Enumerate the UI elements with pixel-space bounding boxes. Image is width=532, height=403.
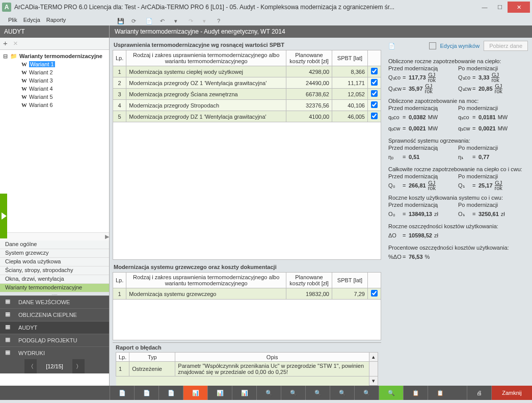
edit-results-checkbox[interactable] — [429, 42, 436, 49]
section-item[interactable]: ▦DANE WEJŚCIOWE — [0, 295, 109, 308]
btm-icon-11[interactable]: 🔍 — [354, 386, 379, 400]
tree-variant[interactable]: WWariant 4 — [0, 85, 109, 93]
row-checkbox[interactable] — [371, 101, 378, 108]
preview-icon: ▦ — [5, 336, 13, 344]
btm-icon-14[interactable]: 📋 — [428, 386, 452, 400]
toolbar: 💾 ⟳ 📄 ↶ ▾ ↷ ▾ ? — [112, 16, 231, 29]
table-row[interactable]: 4Modernizacja przegrody Stropodach32376,… — [113, 100, 381, 111]
app-logo: A — [2, 3, 11, 12]
btm-icon-5[interactable]: 📊 — [207, 386, 232, 400]
doc-icon[interactable]: 📄 — [146, 18, 155, 27]
window-title: ArCADia-TERMO PRO 6.0 Licencja dla: Test… — [14, 4, 477, 11]
table-row[interactable]: 2Modernizacja przegrody OZ 1 'Wentylacja… — [113, 77, 381, 89]
section-item[interactable]: ▦OBLICZENIA CIEPLNE — [0, 308, 109, 321]
pager-label: [12/15] — [37, 363, 72, 369]
row-checkbox[interactable] — [371, 113, 378, 119]
print-icon: ▦ — [5, 349, 13, 357]
btm-icon-6[interactable]: 📊 — [232, 386, 256, 400]
btm-icon-3[interactable]: 📄 — [158, 386, 183, 400]
left-panel: AUDYT + × ⊟ 📁 Warianty termomodernizacyj… — [0, 25, 110, 386]
btm-icon-12[interactable]: 🔍 — [379, 386, 403, 400]
calc-icon: ▦ — [5, 311, 13, 319]
pager: 〈 [12/15] 〉 — [0, 359, 109, 373]
table-row[interactable]: 3Modernizacja przegrody Ściana zewnętrzn… — [113, 89, 381, 100]
tree-variant[interactable]: WWariant 5 — [0, 93, 109, 101]
refresh-icon[interactable]: ⟳ — [131, 18, 141, 27]
category-item[interactable]: Dane ogólne — [0, 240, 109, 249]
table-row[interactable]: 1Modernizacja systemu ciepłej wody użytk… — [113, 66, 381, 77]
btm-icon-7[interactable]: 🔍 — [256, 386, 281, 400]
table2-caption: Modernizacja systemu grzewczego oraz kos… — [113, 262, 381, 272]
category-item[interactable]: System grzewczy — [0, 249, 109, 258]
category-item[interactable]: Okna, drzwi, wentylacja — [0, 275, 109, 284]
variant-tree[interactable]: ⊟ 📁 Warianty termomodernizacyjne WWarian… — [0, 50, 109, 232]
redo-icon[interactable]: ↷ — [189, 18, 198, 27]
collapse-icon[interactable]: ⊟ — [2, 53, 8, 60]
edit-results-link[interactable]: Edycja wyników — [440, 43, 480, 49]
table-row[interactable]: 1Modernizacja systemu grzewczego19832,00… — [113, 288, 381, 300]
undo-menu-icon[interactable]: ▾ — [174, 18, 183, 27]
tree-variant[interactable]: WWariant 2 — [0, 68, 109, 76]
close-app-button[interactable]: Zamknij — [491, 386, 532, 400]
minimize-button[interactable]: — — [477, 2, 492, 13]
menu-file[interactable]: Plik — [8, 17, 17, 23]
category-list: Dane ogólneSystem grzewczyCiepła woda uż… — [0, 240, 109, 292]
category-item[interactable]: Ściany, stropy, stropodachy — [0, 266, 109, 275]
title-bar: A ArCADia-TERMO PRO 6.0 Licencja dla: Te… — [0, 0, 532, 14]
error-table: Lp. Typ Opis ▴ 1 Ostrzeżenie Parametr "W… — [116, 352, 378, 386]
remove-button[interactable]: × — [13, 40, 21, 48]
row-checkbox[interactable] — [371, 290, 378, 297]
add-button[interactable]: + — [3, 40, 11, 48]
input-icon: ▦ — [5, 298, 13, 306]
table1-caption: Usprawnienia termomodernizacyjne wg rosn… — [113, 40, 381, 50]
section-item[interactable]: ▦WYDRUKI — [0, 346, 109, 359]
row-checkbox[interactable] — [371, 90, 378, 97]
category-item[interactable]: Warianty termomodernizacyjne — [0, 284, 109, 292]
section-list: ▦DANE WEJŚCIOWE▦OBLICZENIA CIEPLNE▦AUDYT… — [0, 295, 109, 359]
side-expand-tab[interactable] — [0, 194, 7, 238]
row-checkbox[interactable] — [371, 79, 378, 86]
table1: Lp. Rodzaj i zakres usprawnienia termomo… — [113, 50, 381, 122]
main-panel: Warianty termomodernizacyjne - Audyt ene… — [110, 25, 532, 386]
pager-prev[interactable]: 〈 — [24, 359, 37, 373]
help-icon[interactable]: ? — [217, 18, 226, 27]
error-row[interactable]: 1 Ostrzeżenie Parametr "Współczynnik prz… — [116, 362, 378, 377]
pager-next[interactable]: 〉 — [72, 359, 85, 373]
menu-bar: Plik Edycja Raporty — [0, 14, 532, 25]
error-report: Raport o błędach Lp. Typ Opis ▴ 1 Ostrze… — [113, 342, 381, 386]
left-header: AUDYT — [0, 25, 109, 38]
table2: Lp. Rodzaj i zakres usprawnienia termomo… — [113, 272, 381, 300]
tree-root[interactable]: ⊟ 📁 Warianty termomodernizacyjne — [0, 52, 109, 60]
redo-menu-icon[interactable]: ▾ — [203, 18, 212, 27]
doc-settings-icon[interactable]: 📄 — [388, 43, 395, 49]
btm-print-icon[interactable]: 🖨 — [467, 386, 491, 400]
section-item[interactable]: ▦PODGLĄD PROJEKTU — [0, 334, 109, 346]
btm-icon-4[interactable]: 📊 — [183, 386, 207, 400]
row-checkbox[interactable] — [371, 68, 378, 74]
fetch-data-button: Pobierz dane — [484, 41, 528, 51]
audit-icon: ▦ — [5, 324, 13, 332]
maximize-button[interactable]: ☐ — [492, 2, 508, 13]
results-column: 📄 Edycja wyników Pobierz dane Obliczone … — [384, 38, 532, 386]
tree-variant[interactable]: WWariant 6 — [0, 101, 109, 109]
tables-column: Usprawnienia termomodernizacyjne wg rosn… — [110, 38, 384, 386]
btm-icon-1[interactable]: 📄 — [110, 386, 134, 400]
tree-toolbar: + × — [0, 38, 109, 50]
btm-icon-10[interactable]: 🔍 — [330, 386, 354, 400]
close-button[interactable]: ✕ — [508, 2, 530, 13]
bottom-toolbar: 📄 📄 📄 📊 📊 📊 🔍 🔍 🔍 🔍 🔍 🔍 📋 📋 🖨 Zamknij — [0, 386, 532, 400]
table-row[interactable]: 5Modernizacja przegrody DZ 1 'Wentylacja… — [113, 111, 381, 122]
btm-icon-8[interactable]: 🔍 — [281, 386, 305, 400]
btm-icon-2[interactable]: 📄 — [134, 386, 158, 400]
tree-variant[interactable]: WWariant 3 — [0, 76, 109, 85]
tree-variant[interactable]: WWariant 1 — [0, 60, 109, 68]
save-icon[interactable]: 💾 — [117, 18, 126, 27]
scroll-right-icon[interactable]: ▶ — [105, 233, 109, 240]
menu-edit[interactable]: Edycja — [23, 17, 40, 23]
btm-icon-9[interactable]: 🔍 — [305, 386, 330, 400]
btm-icon-13[interactable]: 📋 — [403, 386, 428, 400]
section-item[interactable]: ▦AUDYT — [0, 321, 109, 334]
undo-icon[interactable]: ↶ — [160, 18, 169, 27]
category-item[interactable]: Ciepła woda użytkowa — [0, 258, 109, 266]
menu-reports[interactable]: Raporty — [46, 17, 66, 23]
